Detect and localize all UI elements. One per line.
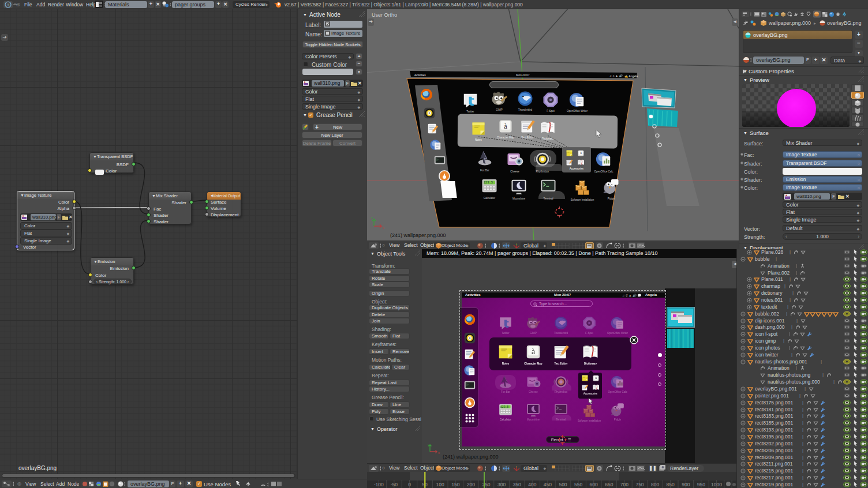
svg-text:♫ ફ ▲ 🔊: ♫ ફ ▲ 🔊 (609, 74, 623, 78)
svg-text:x: x (438, 451, 440, 455)
svg-text:y: y (371, 216, 373, 219)
svg-text:600: 600 (590, 482, 598, 487)
svg-text:(241) wallpaper.png.000: (241) wallpaper.png.000 (390, 232, 446, 238)
svg-text:y: y (428, 443, 429, 446)
svg-text:x: x (383, 226, 384, 230)
svg-text:300: 300 (497, 482, 506, 487)
svg-text:350: 350 (513, 482, 521, 487)
svg-text:150: 150 (451, 482, 459, 487)
svg-text:-50: -50 (391, 482, 398, 487)
svg-text:800: 800 (651, 482, 659, 487)
svg-text:overlayBG.png: overlayBG.png (827, 20, 862, 26)
svg-text:950: 950 (697, 482, 705, 487)
svg-text:700: 700 (620, 482, 628, 487)
svg-text:✍ Angela: ✍ Angela (624, 74, 638, 78)
svg-text:200: 200 (467, 482, 475, 487)
svg-text:750: 750 (635, 482, 643, 487)
svg-text:900: 900 (682, 482, 690, 487)
svg-text:User Ortho: User Ortho (372, 12, 397, 18)
svg-text:500: 500 (559, 482, 567, 487)
svg-text:wallpaper.png.000: wallpaper.png.000 (768, 20, 811, 26)
svg-text:▸: ▸ (814, 21, 816, 26)
svg-text:Mon 20:07: Mon 20:07 (516, 73, 530, 77)
svg-text:250: 250 (482, 482, 490, 487)
svg-text:Activities: Activities (414, 73, 426, 77)
svg-text:650: 650 (605, 482, 613, 487)
svg-text:550: 550 (574, 482, 582, 487)
svg-text:1000: 1000 (711, 482, 722, 487)
svg-text:400: 400 (528, 482, 536, 487)
svg-text:-100: -100 (374, 482, 384, 487)
svg-text:100: 100 (436, 482, 444, 487)
svg-text:850: 850 (667, 482, 675, 487)
svg-text:0: 0 (408, 482, 411, 487)
svg-text:450: 450 (544, 482, 552, 487)
